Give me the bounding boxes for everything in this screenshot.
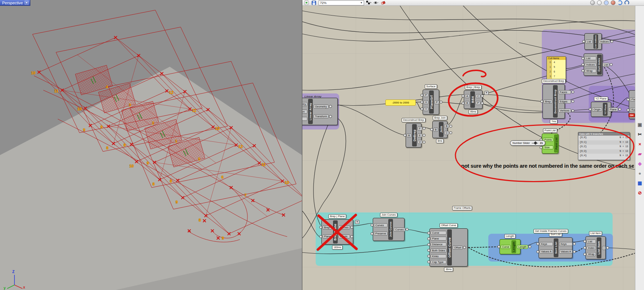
deconstruct-brep-input-brep[interactable]: Brep — [544, 100, 552, 104]
brep-join-component[interactable]: BJoinBC — [432, 121, 448, 138]
circle-partial-input-plane[interactable]: Plane — [630, 97, 635, 101]
yz-plane-component[interactable]: OriginYZ PlanePlane — [591, 102, 611, 117]
offset-curve-input-distance-nub[interactable] — [427, 243, 430, 246]
brep-plane-output-points-nub[interactable] — [350, 235, 353, 238]
refresh-icon[interactable] — [618, 0, 622, 5]
length-input-curve-nub[interactable] — [497, 245, 500, 248]
circle-partial-input-radius[interactable]: Radius — [630, 108, 635, 112]
offset-curve-input-curve[interactable]: Curve — [431, 231, 446, 235]
bbx-output-p-nub[interactable] — [481, 102, 484, 105]
viewport-canvas[interactable]: 1091241181131010132981218911598106897Zxy — [0, 0, 302, 290]
offset-curve-input-distance[interactable]: Distance — [431, 242, 446, 246]
bbx-output-c[interactable]: C — [476, 94, 480, 98]
circle-partial-input-radius-nub[interactable] — [627, 109, 630, 111]
delete-icon[interactable]: × — [637, 141, 643, 147]
bbx-menu-icon[interactable]: ▼ — [484, 91, 489, 95]
plane-srf-output-p-nub[interactable] — [440, 101, 442, 104]
offset-curve-input-cap-type[interactable]: Cap Type — [431, 260, 446, 264]
brep-plane-input-plane-nub[interactable] — [319, 235, 322, 238]
data-panel[interactable]: Data with 5 branches {0;0}N = 13{0;1}N =… — [578, 132, 630, 160]
join-curves-input-curves-nub[interactable] — [371, 224, 373, 227]
list-indices-input-list-nub[interactable] — [582, 40, 585, 43]
offset-curve-component[interactable]: CurvePlaneDistanceBoth SidesKinksCap Typ… — [429, 228, 468, 267]
offset-curve-input-both-sides[interactable]: Both Sides — [431, 249, 446, 252]
debrep-output-v-nub[interactable] — [423, 141, 425, 144]
list-item-component[interactable]: ListIndexWrapList Itemi — [585, 236, 606, 259]
plane-srf-input-p[interactable]: P — [424, 93, 428, 97]
circle-partial-input-plane-nub[interactable] — [627, 98, 630, 101]
refresh-alt-icon[interactable] — [624, 0, 629, 5]
sort-list-input-values-a-nub[interactable] — [536, 250, 539, 253]
brep-plane-input-plane[interactable]: Plane — [323, 234, 332, 238]
sphere-icon[interactable]: ● — [637, 170, 643, 176]
viewport-tab-dropdown-icon[interactable]: ▾ — [25, 1, 28, 5]
list-item-input-wrap[interactable]: Wrap — [587, 252, 596, 256]
table-icon[interactable]: ▦ — [637, 180, 643, 186]
eye-icon[interactable] — [373, 0, 379, 5]
plane-srf-input-y-nub[interactable] — [420, 107, 423, 110]
join-curves-input-preserve[interactable]: Preserve — [374, 232, 388, 236]
list-item-input-index-nub[interactable] — [583, 246, 586, 249]
list-item-input-list[interactable]: List — [587, 240, 596, 243]
offset-curve-output-offset-nub[interactable] — [463, 246, 466, 249]
debrep-output-v[interactable]: V — [418, 140, 422, 144]
sort-list-output-keys[interactable]: Keys — [559, 242, 572, 246]
number-slider-knob[interactable] — [533, 141, 537, 145]
deconstruct-brep-output-vertices-nub[interactable] — [571, 109, 574, 112]
sphere-red-icon[interactable] — [611, 0, 615, 5]
sort-list-output-values-a[interactable]: Values A — [559, 250, 572, 254]
offset-curve-input-plane-nub[interactable] — [427, 237, 430, 240]
linear-array-output-transform[interactable]: Transform — [314, 114, 329, 118]
brep-plane-component[interactable]: BrepPlaneBrep|PlaneCurvesPoints — [321, 219, 353, 245]
brep-join-input-b-nub[interactable] — [430, 128, 433, 131]
plane-srf-input-x-nub[interactable] — [420, 101, 423, 104]
offset-curve-input-cap-type-nub[interactable] — [427, 260, 430, 263]
offset-curve-input-plane[interactable]: Plane — [431, 237, 446, 241]
offset-curve-input-kinks-nub[interactable] — [427, 255, 430, 258]
zoom-dropdown[interactable]: 72% ▼ — [319, 0, 364, 5]
length-input-curve[interactable]: Curve — [501, 245, 511, 249]
plane-srf-output-p[interactable]: P — [435, 100, 439, 104]
debrep-component[interactable]: BDeBrepFEV — [406, 123, 422, 148]
bbx-input-a-nub[interactable] — [462, 95, 464, 97]
linear-array-output-transform-nub[interactable] — [329, 115, 332, 118]
list-item-input-wrap-nub[interactable] — [583, 253, 586, 256]
linear-array-output-geometry-nub[interactable] — [329, 105, 332, 108]
offset-curve-input-curve-nub[interactable] — [427, 232, 430, 234]
cull-items-panel[interactable]: Cull Items 04152637 — [546, 56, 566, 82]
list-item-input-list-nub[interactable] — [583, 240, 586, 243]
brep-join-output-b-nub[interactable] — [449, 125, 452, 128]
cull-index-component[interactable]: ListIndicesWrapCull IndexList — [584, 53, 602, 76]
cull-index-output-list[interactable]: List — [602, 63, 610, 67]
plane-srf-component[interactable]: PXYPlaneSrfP — [423, 89, 439, 115]
deconstruct-brep-output-edges-nub[interactable] — [571, 100, 574, 103]
grasshopper-canvas[interactable]: Linear Array — [302, 0, 635, 290]
length-output-length[interactable]: Length — [517, 245, 528, 249]
linear-array-input-count[interactable]: Count — [302, 117, 307, 121]
disable-icon[interactable]: ⊘ — [637, 189, 643, 196]
bbx-component[interactable]: ABBBXCP — [464, 90, 483, 109]
point-list-input-size[interactable]: Size — [543, 145, 553, 149]
cull-index-input-wrap[interactable]: Wrap — [585, 69, 596, 73]
list-indices-output-indices[interactable]: Indices — [599, 40, 610, 44]
linear-array-input-direction[interactable]: Direction — [302, 110, 307, 114]
offset-curve-output-offset[interactable]: Offset — [453, 246, 463, 250]
cull-index-input-indices[interactable]: Indices — [585, 63, 596, 67]
debrep-output-e[interactable]: E — [418, 133, 422, 137]
join-curves-output-curves[interactable]: Curves — [394, 228, 405, 232]
bbx-output-p[interactable]: P — [476, 101, 480, 105]
brep-join-output-c-nub[interactable] — [449, 131, 452, 134]
sort-list-component[interactable]: KeysValues ASort ListKeysValues A — [539, 237, 572, 258]
viewport-tab-perspective[interactable]: Perspective ▾ — [0, 0, 30, 6]
sphere-wire-icon[interactable] — [597, 0, 602, 5]
list-item-input-index[interactable]: Index — [587, 246, 596, 250]
linear-array-output-geometry[interactable]: Geometry — [314, 105, 329, 109]
save-icon[interactable] — [311, 0, 316, 5]
brep-join-output-c[interactable]: C — [444, 131, 449, 135]
list-indices-component[interactable]: ListList IndicesIndices — [584, 33, 602, 50]
magnet-icon[interactable]: ◆ — [637, 160, 643, 167]
join-curves-component[interactable]: CurvesPreserveJoin CurvesCurves — [373, 218, 405, 241]
sort-list-input-keys[interactable]: Keys — [540, 242, 553, 246]
cull-index-input-indices-nub[interactable] — [582, 63, 584, 66]
brep-plane-menu-icon[interactable]: ▼ — [355, 220, 359, 224]
